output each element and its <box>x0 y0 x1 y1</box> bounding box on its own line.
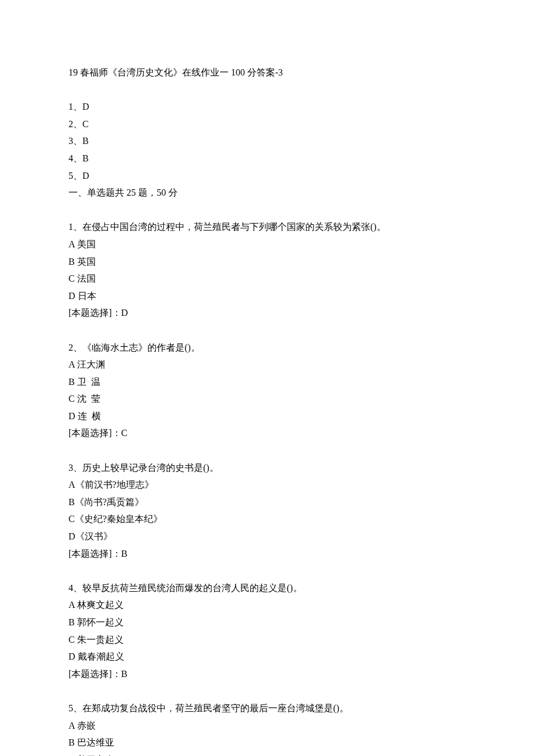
question-option: C 法国 <box>68 270 466 287</box>
blank-line <box>68 81 466 99</box>
blank-line <box>68 682 466 700</box>
question-prompt: 1、在侵占中国台湾的过程中，荷兰殖民者与下列哪个国家的关系较为紧张()。 <box>68 218 466 236</box>
question-answer: [本题选择]：B <box>68 545 466 563</box>
question-option: A 美国 <box>68 236 466 253</box>
question-option: A 汪大渊 <box>68 356 466 373</box>
question-prompt: 2、《临海水土志》的作者是()。 <box>68 339 466 357</box>
question-option: B 郭怀一起义 <box>68 614 466 631</box>
answer-key-item: 5、D <box>68 167 466 185</box>
question-option: C 朱一贵起义 <box>68 631 466 649</box>
blank-line <box>68 442 466 459</box>
blank-line <box>68 322 466 339</box>
question-option: B 巴达维亚 <box>68 734 466 751</box>
question-option: D 戴春潮起义 <box>68 648 466 665</box>
answer-key-item: 4、B <box>68 150 466 167</box>
blank-line <box>68 562 466 579</box>
question-option: B《尚书?禹贡篇》 <box>68 494 466 511</box>
section-header: 一、单选题共 25 题，50 分 <box>68 184 466 201</box>
question-prompt: 4、较早反抗荷兰殖民统治而爆发的台湾人民的起义是()。 <box>68 579 466 597</box>
blank-line <box>68 201 466 219</box>
question-prompt: 3、历史上较早记录台湾的史书是()。 <box>68 459 466 477</box>
question-answer: [本题选择]：B <box>68 665 466 683</box>
question-prompt: 5、在郑成功复台战役中，荷兰殖民者坚守的最后一座台湾城堡是()。 <box>68 700 466 717</box>
question-option: D 连 横 <box>68 408 466 425</box>
question-option: D 日本 <box>68 287 466 305</box>
question-option: C 沈 莹 <box>68 390 466 408</box>
question-option: A 赤嵌 <box>68 717 466 735</box>
question-option: C 普罗文查 <box>68 751 466 756</box>
question-option: B 卫 温 <box>68 373 466 391</box>
answer-key-item: 2、C <box>68 116 466 133</box>
question-answer: [本题选择]：D <box>68 304 466 322</box>
document-title: 19 春福师《台湾历史文化》在线作业一 100 分答案-3 <box>68 64 466 81</box>
question-option: D《汉书》 <box>68 528 466 545</box>
answer-key-item: 3、B <box>68 132 466 150</box>
question-option: B 英国 <box>68 253 466 271</box>
answer-key-item: 1、D <box>68 98 466 116</box>
question-option: C《史纪?秦始皇本纪》 <box>68 510 466 528</box>
question-option: A 林爽文起义 <box>68 596 466 614</box>
question-option: A《前汉书?地理志》 <box>68 476 466 494</box>
question-answer: [本题选择]：C <box>68 424 466 442</box>
